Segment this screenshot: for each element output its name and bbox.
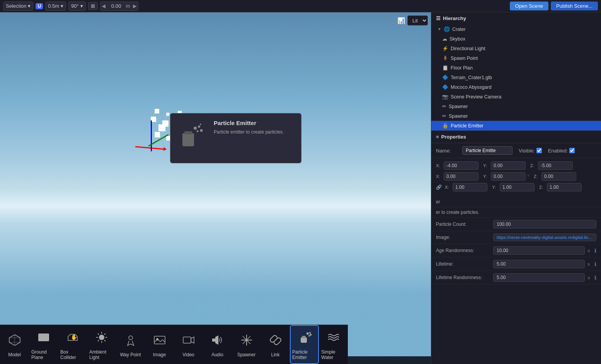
hierarchy-icon: ☰ — [436, 15, 441, 21]
distance-label: 0.5m — [48, 3, 59, 9]
pos-z-input[interactable] — [538, 161, 573, 170]
hierarchy-item-mococo-abyssgard[interactable]: 🔷Mococo Abyssgard — [431, 82, 601, 92]
collapse-arrow[interactable]: ▼ — [438, 27, 441, 31]
hierarchy-item-icon: 📷 — [442, 94, 448, 100]
tool-item-video[interactable]: Video — [174, 325, 203, 364]
tool-item-audio[interactable]: Audio — [203, 325, 232, 364]
hierarchy-item-label: Spawner — [449, 104, 468, 109]
tool-item-spawner[interactable]: Spawner — [232, 325, 261, 364]
enabled-checkbox[interactable] — [569, 148, 575, 153]
scale-z-input[interactable] — [547, 183, 582, 191]
hierarchy-item-label: Directional Light — [451, 46, 485, 51]
lifetime-rand-input[interactable] — [493, 273, 585, 282]
viewport[interactable]: 📊 Lit | [Q] Rotate Left | [E] Rotate Rig… — [0, 12, 431, 364]
tool-item-ground-plane[interactable]: Ground Plane — [29, 325, 58, 364]
distance-dropdown[interactable]: 0.5m ▾ — [45, 2, 66, 11]
ground-plane-icon — [37, 330, 51, 347]
hierarchy-item-scene-preview-camera[interactable]: 📷Scene Preview Camera — [431, 92, 601, 102]
hierarchy-item-icon: 🔷 — [442, 84, 448, 90]
publish-scene-button[interactable]: Publish Scene... — [551, 2, 598, 10]
angle-dropdown[interactable]: 90° ▾ — [68, 2, 86, 11]
svg-line-8 — [104, 340, 106, 341]
selection-dropdown[interactable]: Selection ▾ — [3, 2, 33, 11]
image-icon — [153, 333, 167, 350]
tool-item-particle-emitter[interactable]: Particle Emitter — [290, 325, 319, 364]
tool-item-box-collider[interactable]: ✋Box Collider — [58, 325, 87, 364]
svg-rect-0 — [38, 334, 49, 341]
rot-x-label: X: — [436, 174, 442, 179]
lifetime-input[interactable] — [493, 260, 585, 268]
hierarchy-header: ☰ Hierarchy — [431, 12, 601, 24]
name-input[interactable] — [462, 146, 512, 155]
hierarchy-item-terrain_crater1.glb[interactable]: 🔷Terrain_Crater1.glb — [431, 73, 601, 82]
pos-x-input[interactable] — [444, 161, 478, 170]
tool-label-spawner: Spawner — [237, 352, 255, 357]
svg-point-24 — [309, 332, 311, 334]
hierarchy-item-skybox[interactable]: ☁Skybox — [431, 34, 601, 44]
scale-z-label: Z: — [539, 185, 545, 190]
hierarchy-item-label: Scene Preview Camera — [451, 94, 501, 100]
hierarchy-item-icon: ✏ — [442, 113, 446, 119]
svg-point-33 — [200, 124, 201, 125]
pos-y-input[interactable] — [491, 161, 526, 170]
ambient-light-icon — [95, 330, 109, 347]
hierarchy-item-spawner[interactable]: ✏Spawner — [431, 111, 601, 121]
hierarchy-item-directional-light[interactable]: ⚡Directional Light — [431, 44, 601, 53]
tool-item-link[interactable]: Link — [261, 325, 290, 364]
hierarchy-item-particle-emitter[interactable]: 🔒Particle Emitter — [431, 121, 601, 130]
hierarchy-item-icon: 🔷 — [442, 74, 448, 80]
hierarchy-item-icon: 🧍 — [442, 55, 448, 61]
particle-count-input[interactable] — [493, 220, 596, 229]
hierarchy-item-crater[interactable]: ▼🌐Crater — [431, 24, 601, 34]
hierarchy-item-icon: 🌐 — [444, 26, 450, 32]
tool-item-ambient-light[interactable]: Ambient Light — [87, 325, 116, 364]
hierarchy-item-spawner[interactable]: ✏Spawner — [431, 102, 601, 111]
hierarchy-item-spawn-point[interactable]: 🧍Spawn Point — [431, 53, 601, 63]
right-panel: ☰ Hierarchy ▼🌐Crater☁Skybox⚡Directional … — [431, 12, 601, 364]
hierarchy-item-floor-plan[interactable]: 📋Floor Plan — [431, 63, 601, 73]
svg-rect-28 — [184, 131, 192, 134]
age-rand-info-icon: ℹ — [594, 248, 596, 254]
scale-y-input[interactable] — [500, 183, 535, 191]
grid-increment-button[interactable]: ▶ — [132, 3, 138, 9]
tooltip-title: Particle Emitter — [214, 120, 284, 126]
visible-label: Visible: — [519, 148, 535, 154]
svg-rect-15 — [212, 339, 215, 342]
image-input[interactable]: https://verse-nextreality-digital-assets… — [493, 234, 596, 241]
link-icon — [269, 333, 283, 350]
scale-x-input[interactable] — [453, 183, 487, 191]
rot-y-label: Y: — [483, 174, 489, 179]
tool-item-image[interactable]: Image — [145, 325, 174, 364]
particle-count-label: Particle Count: — [436, 222, 490, 227]
svg-rect-27 — [182, 133, 194, 146]
grid-value-group: ◀ m ▶ — [100, 2, 138, 11]
tool-label-ground-plane: Ground Plane — [31, 349, 56, 360]
tooltip-icon — [177, 120, 208, 157]
rot-x-input[interactable] — [444, 172, 478, 181]
open-scene-button[interactable]: Open Scene — [510, 2, 548, 10]
svg-point-31 — [197, 130, 199, 132]
tool-label-audio: Audio — [211, 352, 223, 357]
tool-label-link: Link — [271, 352, 279, 357]
tool-label-particle-emitter: Particle Emitter — [292, 349, 317, 360]
grid-unit-label: m — [126, 3, 132, 9]
enabled-label: Enabled: — [548, 148, 568, 154]
rot-y-input[interactable] — [491, 172, 526, 181]
rot-z-input[interactable] — [541, 172, 576, 181]
grid-button[interactable]: ⊞ — [88, 2, 98, 10]
lit-dropdown[interactable]: Lit — [407, 15, 428, 25]
hierarchy-list: ▼🌐Crater☁Skybox⚡Directional Light🧍Spawn … — [431, 24, 601, 130]
tool-item-way-point[interactable]: Way Point — [116, 325, 145, 364]
tool-label-video: Video — [182, 352, 194, 357]
video-icon — [182, 333, 196, 350]
visible-checkbox[interactable] — [536, 148, 542, 153]
age-rand-input[interactable] — [493, 246, 585, 255]
tool-item-simple-water[interactable]: Simple Water — [319, 325, 348, 364]
grid-value-input[interactable] — [107, 3, 126, 9]
tool-item-model[interactable]: Model — [0, 325, 29, 364]
svg-point-11 — [129, 336, 133, 340]
y-axis-arrow — [151, 120, 152, 151]
scale-row: 🔗 X: Y: Z: — [436, 183, 596, 191]
svg-line-20 — [274, 339, 277, 342]
grid-decrement-button[interactable]: ◀ — [100, 3, 107, 9]
